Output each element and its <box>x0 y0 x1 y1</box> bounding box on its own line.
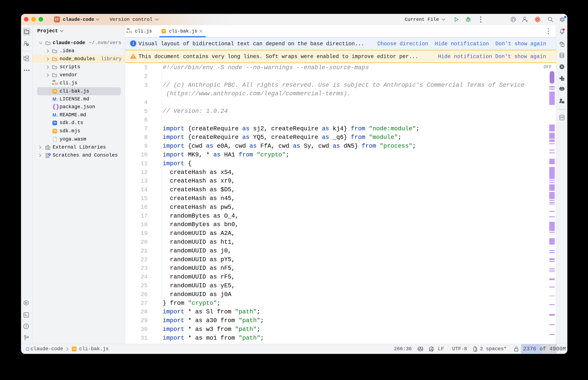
svg-text:?: ? <box>27 43 28 46</box>
svg-text:X: X <box>561 65 563 69</box>
